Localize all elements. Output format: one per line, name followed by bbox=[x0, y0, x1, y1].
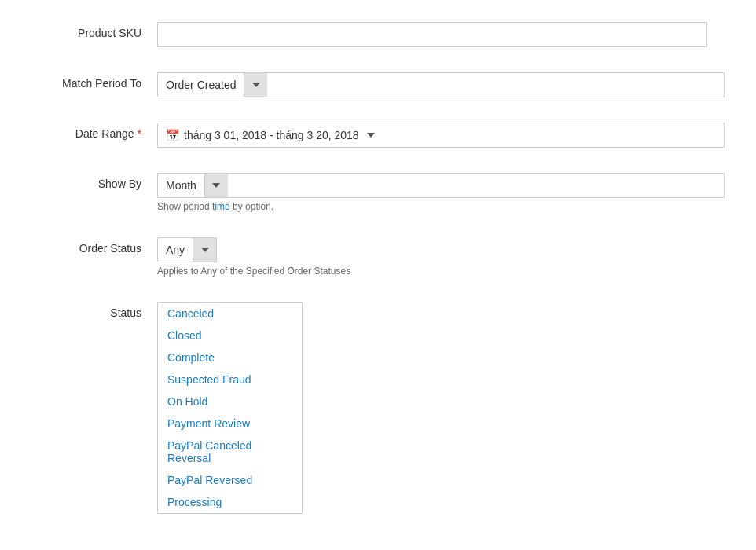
show-by-value: Month bbox=[158, 176, 204, 195]
list-item[interactable]: PayPal Canceled Reversal bbox=[158, 434, 302, 469]
status-listbox[interactable]: CanceledClosedCompleteSuspected FraudOn … bbox=[157, 302, 303, 514]
match-period-label: Match Period To bbox=[31, 72, 157, 90]
order-status-control: Any Applies to Any of the Specified Orde… bbox=[157, 237, 725, 277]
show-by-dropdown-button[interactable] bbox=[204, 173, 228, 198]
product-sku-control bbox=[157, 22, 725, 47]
list-item[interactable]: Canceled bbox=[158, 302, 302, 324]
list-item[interactable]: Complete bbox=[158, 346, 302, 368]
show-by-row: Show By Month Show period time by option… bbox=[31, 167, 725, 212]
show-by-select[interactable]: Month bbox=[157, 173, 725, 198]
product-sku-input[interactable] bbox=[157, 22, 707, 47]
date-range-label: Date Range* bbox=[31, 123, 157, 140]
list-item[interactable]: Suspected Fraud bbox=[158, 368, 302, 390]
match-period-control: Order Created bbox=[157, 72, 725, 97]
date-range-control: 📅 tháng 3 01, 2018 - tháng 3 20, 2018 bbox=[157, 123, 725, 148]
show-by-label: Show By bbox=[31, 173, 157, 190]
show-by-hint: Show period time by option. bbox=[157, 201, 725, 212]
match-period-dropdown-button[interactable] bbox=[244, 72, 267, 97]
match-period-row: Match Period To Order Created bbox=[31, 66, 725, 97]
match-period-select[interactable]: Order Created bbox=[157, 72, 725, 97]
date-range-picker-button[interactable]: 📅 tháng 3 01, 2018 - tháng 3 20, 2018 bbox=[157, 123, 725, 148]
order-status-value: Any bbox=[158, 240, 193, 259]
chevron-down-icon bbox=[252, 82, 260, 87]
calendar-icon: 📅 bbox=[166, 129, 179, 141]
date-range-row: Date Range* 📅 tháng 3 01, 2018 - tháng 3… bbox=[31, 116, 725, 148]
list-item[interactable]: Closed bbox=[158, 324, 302, 346]
chevron-down-icon bbox=[367, 133, 375, 138]
order-status-select[interactable]: Any bbox=[157, 237, 217, 262]
chevron-down-icon bbox=[201, 248, 209, 252]
list-item[interactable]: Processing bbox=[158, 491, 302, 513]
list-item[interactable]: PayPal Reversed bbox=[158, 469, 302, 491]
product-sku-row: Product SKU bbox=[31, 16, 725, 47]
order-status-label: Order Status bbox=[31, 237, 157, 255]
date-range-value: tháng 3 01, 2018 - tháng 3 20, 2018 bbox=[184, 129, 359, 141]
show-by-control: Month Show period time by option. bbox=[157, 173, 725, 212]
list-item[interactable]: Payment Review bbox=[158, 412, 302, 434]
status-row: Status CanceledClosedCompleteSuspected F… bbox=[31, 295, 725, 514]
required-indicator: * bbox=[138, 127, 141, 140]
status-label: Status bbox=[31, 302, 157, 319]
match-period-value: Order Created bbox=[158, 75, 244, 94]
status-control: CanceledClosedCompleteSuspected FraudOn … bbox=[157, 302, 725, 514]
order-status-hint: Applies to Any of the Specified Order St… bbox=[157, 266, 725, 277]
chevron-down-icon bbox=[212, 183, 220, 188]
product-sku-label: Product SKU bbox=[31, 22, 157, 39]
order-status-dropdown-button[interactable] bbox=[193, 237, 216, 262]
order-status-row: Order Status Any Applies to Any of the S… bbox=[31, 231, 725, 277]
list-item[interactable]: On Hold bbox=[158, 390, 302, 412]
